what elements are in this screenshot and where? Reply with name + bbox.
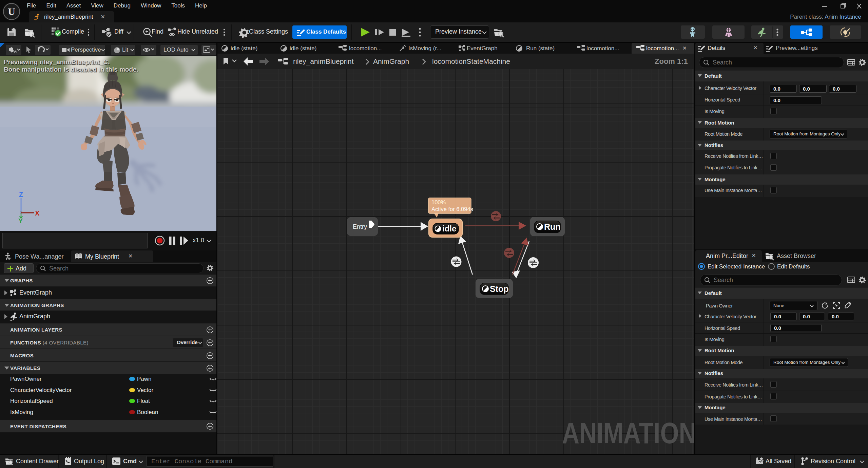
svg-text:U: U bbox=[8, 6, 15, 17]
svg-text:idle: idle bbox=[442, 224, 456, 233]
svg-text:Active for 6.094s: Active for 6.094s bbox=[431, 206, 473, 212]
svg-text:Y: Y bbox=[18, 217, 23, 225]
svg-text:X: X bbox=[35, 209, 40, 217]
svg-text:100%: 100% bbox=[431, 199, 446, 205]
svg-text:Stop: Stop bbox=[490, 284, 509, 294]
svg-text:Entry: Entry bbox=[353, 223, 367, 230]
svg-text:Run: Run bbox=[544, 222, 561, 231]
svg-text:Z: Z bbox=[19, 191, 23, 198]
